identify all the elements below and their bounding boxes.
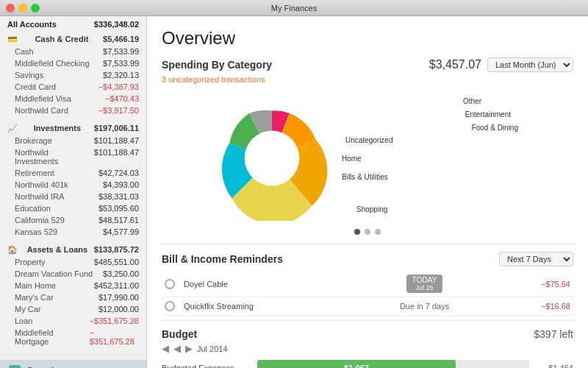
budget-expenses-label: Budgeted Expenses: [162, 364, 250, 368]
budget-period: Jul 2014: [197, 344, 228, 353]
assets-loans-group: 🏠 Assets & Loans $133,875.72 Property$48…: [0, 241, 146, 347]
today-date: Jul 25: [412, 284, 437, 291]
chart-dot-3[interactable]: [375, 229, 381, 235]
account-northwild-ira[interactable]: Northwild IRA$38,331.03: [0, 191, 146, 202]
bill-amount-doyel: −$75.64: [490, 271, 573, 297]
app-content: All Accounts $336,348.02 💳 Cash & Credit…: [0, 16, 588, 368]
all-accounts-amount: $336,348.02: [94, 20, 139, 29]
label-bills: Bills & Utilities: [342, 173, 388, 181]
bill-amount-quickflix: −$16.68: [490, 297, 573, 316]
account-kansas-529[interactable]: Kansas 529$4,577.99: [0, 226, 146, 238]
investments-label: Investments: [34, 124, 81, 133]
budget-title: Budget: [162, 328, 197, 340]
account-marys-car[interactable]: Mary's Car$17,990.00: [0, 291, 146, 303]
bill-status-icon-quickflix: [165, 301, 175, 311]
budget-header: Budget $397 left: [162, 328, 573, 340]
cash-credit-header[interactable]: 💳 Cash & Credit $5,466.19: [0, 30, 146, 46]
bill-header: Bill & Income Reminders Next 7 Days Next…: [162, 252, 573, 266]
bill-status-icon-doyel: [165, 279, 175, 289]
budget-bar-bg: $1,067: [257, 360, 529, 368]
cash-credit-amount: $5,466.19: [103, 35, 139, 44]
account-education[interactable]: Education$53,095.60: [0, 202, 146, 214]
chart-dot-1[interactable]: [354, 229, 360, 235]
title-bar-buttons: [6, 4, 40, 13]
account-middlefield-mortgage[interactable]: Middlefield Mortgage−$351,675.28: [0, 327, 146, 347]
minimize-button[interactable]: [18, 4, 27, 13]
bill-date-quickflix: Due in 7 days: [359, 297, 490, 316]
account-middlefield-visa[interactable]: Middlefield Visa−$470.43: [0, 93, 146, 105]
sidebar: All Accounts $336,348.02 💳 Cash & Credit…: [0, 16, 147, 368]
budget-remaining: $397 left: [534, 328, 573, 340]
uncategorized-link[interactable]: 3 uncategorized transactions: [162, 75, 573, 84]
account-main-home[interactable]: Main Home$452,311.00: [0, 280, 146, 291]
main-content: Overview Spending By Category $3,457.07 …: [147, 16, 588, 368]
budget-total: $1,464: [537, 364, 573, 368]
bill-name-quickflix: Quickflix Streaming: [181, 297, 359, 316]
account-northwild-card[interactable]: Northwild Card−$3,917.50: [0, 105, 146, 116]
investments-icon: 📈: [7, 124, 18, 133]
budget-section: Budget $397 left ◀ ◀ ▶ Jul 2014 Budgeted…: [162, 320, 573, 368]
investments-header[interactable]: 📈 Investments $197,006.11: [0, 119, 146, 135]
chart-dots: [162, 229, 573, 235]
account-property[interactable]: Property$485,551.00: [0, 256, 146, 268]
account-cash[interactable]: Cash$7,533.99: [0, 46, 146, 57]
budget-row-expenses: Budgeted Expenses $1,067 $1,464: [162, 360, 573, 368]
investments-group: 📈 Investments $197,006.11 Brokerage$101,…: [0, 119, 146, 238]
maximize-button[interactable]: [31, 4, 40, 13]
title-bar: My Finances: [0, 0, 588, 16]
cash-credit-group: 💳 Cash & Credit $5,466.19 Cash$7,533.99 …: [0, 30, 146, 116]
today-label: TODAY: [412, 276, 437, 284]
account-credit-card[interactable]: Credit Card−$4,387.93: [0, 81, 146, 93]
spending-dropdown[interactable]: Last Month (Jun) This Month Last 3 Month…: [487, 57, 573, 72]
window-title: My Finances: [271, 4, 317, 13]
donut-chart: [209, 96, 334, 221]
account-retirement[interactable]: Retirement$42,724.03: [0, 167, 146, 179]
all-accounts-header[interactable]: All Accounts $336,348.02: [0, 16, 146, 30]
label-entertainment: Entertainment: [465, 110, 511, 118]
account-northwild-401k[interactable]: Northwild 401k$4,393.00: [0, 179, 146, 191]
overview-icon: [9, 365, 21, 368]
spending-title: Spending By Category: [162, 59, 272, 71]
bill-row-quickflix: Quickflix Streaming Due in 7 days −$16.6…: [162, 297, 573, 316]
account-middlefield-checking[interactable]: Middlefield Checking$7,533.99: [0, 57, 146, 69]
bill-table: Doyel Cable TODAY Jul 25 −$75.64: [162, 271, 573, 316]
bill-name-doyel: Doyel Cable: [181, 271, 359, 297]
assets-icon: 🏠: [7, 245, 18, 255]
bill-section: Bill & Income Reminders Next 7 Days Next…: [162, 244, 573, 316]
app-wrapper: My Finances All Accounts $336,348.02 💳 C…: [0, 0, 588, 368]
budget-spent: $1,067: [344, 364, 369, 368]
assets-loans-label: Assets & Loans: [27, 245, 88, 255]
account-northwild-investments[interactable]: Northwild Investments$101,188.47: [0, 146, 146, 167]
account-brokerage[interactable]: Brokerage$101,188.47: [0, 135, 146, 146]
spending-section: Spending By Category $3,457.07 Last Mont…: [162, 57, 573, 235]
budget-prev-prev[interactable]: ◀: [162, 343, 169, 354]
label-other: Other: [463, 97, 481, 105]
account-dream-vacation[interactable]: Dream Vacation Fund$3,250.00: [0, 268, 146, 280]
page-title: Overview: [162, 28, 573, 49]
budget-nav: ◀ ◀ ▶ Jul 2014: [162, 343, 573, 354]
budget-prev[interactable]: ◀: [173, 343, 181, 354]
bill-row-doyel: Doyel Cable TODAY Jul 25 −$75.64: [162, 271, 573, 297]
account-my-car[interactable]: My Car$12,000.00: [0, 303, 146, 315]
bill-date-doyel: TODAY Jul 25: [359, 271, 490, 297]
label-home: Home: [342, 155, 362, 163]
cash-credit-label: Cash & Credit: [35, 35, 89, 44]
chart-dot-2[interactable]: [365, 229, 370, 235]
account-loan[interactable]: Loan−$351,675.28: [0, 315, 146, 327]
nav-overview[interactable]: Overview: [0, 360, 146, 368]
assets-loans-header[interactable]: 🏠 Assets & Loans $133,875.72: [0, 241, 146, 256]
close-button[interactable]: [6, 4, 15, 13]
cash-credit-icon: 💳: [7, 35, 18, 44]
budget-next[interactable]: ▶: [185, 343, 193, 354]
spending-header: Spending By Category $3,457.07 Last Mont…: [162, 57, 573, 72]
investments-amount: $197,006.11: [94, 124, 139, 133]
account-savings[interactable]: Savings$2,320.13: [0, 69, 146, 81]
spending-chart-area: Food & Dining Other Entertainment Uncate…: [162, 90, 573, 226]
account-california-529[interactable]: California 529$48,517.61: [0, 214, 146, 226]
bill-title: Bill & Income Reminders: [162, 253, 283, 265]
label-food-dining: Food & Dining: [472, 124, 518, 132]
bill-dropdown[interactable]: Next 7 Days Next 30 Days: [499, 252, 573, 266]
donut-hole: [245, 130, 300, 185]
label-uncategorized: Uncategorized: [345, 136, 392, 144]
label-shopping: Shopping: [356, 205, 387, 213]
